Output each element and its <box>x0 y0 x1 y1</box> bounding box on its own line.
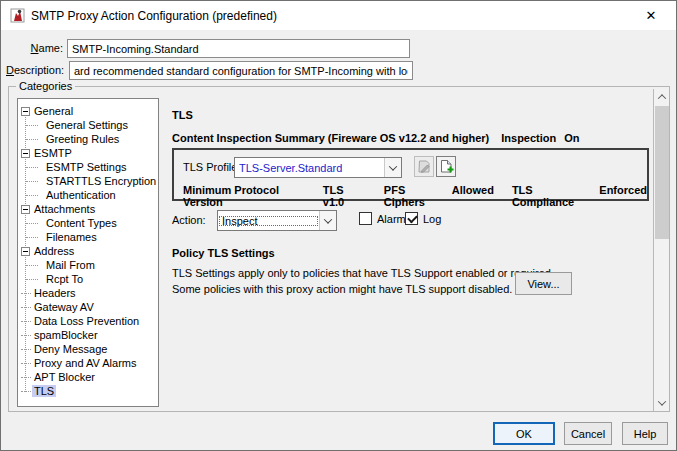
tree-item-tls[interactable]: TLS <box>18 384 158 398</box>
min-protocol-label: Minimum Protocol Version <box>183 184 315 208</box>
categories-groupbox: Categories General General Settings Gree… <box>8 86 670 412</box>
collapse-icon[interactable] <box>21 247 30 256</box>
pfs-ciphers-label: PFS Ciphers <box>384 184 444 208</box>
alarm-label: Alarm <box>377 213 406 225</box>
pfs-ciphers-value: Allowed <box>452 184 494 208</box>
log-checkbox-row: Log <box>405 212 441 225</box>
tree-item-starttls-encryption[interactable]: STARTTLS Encryption <box>18 174 158 188</box>
help-button[interactable]: Help <box>622 422 668 445</box>
summary-label: Content Inspection Summary (Fireware OS … <box>172 132 489 144</box>
tls-profile-value: TLS-Server.Standard <box>235 162 384 174</box>
name-label: Name: <box>29 42 63 54</box>
scroll-down-icon[interactable] <box>654 395 670 411</box>
cancel-button[interactable]: Cancel <box>564 422 612 445</box>
smtp-proxy-action-dialog: SMTP Proxy Action Configuration (predefi… <box>0 0 677 451</box>
edit-profile-button[interactable] <box>414 156 434 177</box>
collapse-icon[interactable] <box>21 107 30 116</box>
tree-item-rcpt-to[interactable]: Rcpt To <box>18 272 158 286</box>
inspection-label: Inspection <box>501 132 556 144</box>
tree-item-filenames[interactable]: Filenames <box>18 230 158 244</box>
alarm-checkbox-row: Alarm <box>359 212 406 225</box>
policy-text-line2: Some policies with this proxy action mig… <box>172 281 512 297</box>
alarm-checkbox[interactable] <box>359 212 372 225</box>
description-input[interactable] <box>69 61 413 80</box>
tree-item-headers[interactable]: Headers <box>18 286 158 300</box>
window-title: SMTP Proxy Action Configuration (predefi… <box>31 9 277 23</box>
close-icon[interactable]: ✕ <box>634 3 668 27</box>
log-label: Log <box>423 213 441 225</box>
policy-tls-settings-heading: Policy TLS Settings <box>172 247 275 259</box>
tree-item-mail-from[interactable]: Mail From <box>18 258 158 272</box>
description-label: Description: <box>6 64 64 76</box>
tls-profile-label: TLS Profile: <box>183 161 240 173</box>
tree-item-address[interactable]: Address <box>18 244 158 258</box>
collapse-icon[interactable] <box>21 149 30 158</box>
log-checkbox[interactable] <box>405 212 418 225</box>
tls-profile-stats: Minimum Protocol Version TLS v1.0 PFS Ci… <box>183 184 647 208</box>
tree-item-content-types[interactable]: Content Types <box>18 216 158 230</box>
pencil-icon <box>417 159 432 174</box>
tree-item-apt-blocker[interactable]: APT Blocker <box>18 370 158 384</box>
categories-group-label: Categories <box>16 80 75 92</box>
categories-tree: General General Settings Greeting Rules … <box>17 98 159 407</box>
content-inspection-summary: Content Inspection Summary (Fireware OS … <box>172 132 580 144</box>
app-icon <box>10 8 25 23</box>
new-profile-button[interactable] <box>436 156 456 177</box>
chevron-down-icon[interactable] <box>319 211 336 230</box>
tree-item-proxy-and-av-alarms[interactable]: Proxy and AV Alarms <box>18 356 158 370</box>
tree-item-authentication[interactable]: Authentication <box>18 188 158 202</box>
tree-item-attachments[interactable]: Attachments <box>18 202 158 216</box>
titlebar: SMTP Proxy Action Configuration (predefi… <box>1 1 676 30</box>
tree-item-general-settings[interactable]: General Settings <box>18 118 158 132</box>
scroll-up-icon[interactable] <box>654 89 670 105</box>
tls-compliance-value: Enforced <box>599 184 647 208</box>
ok-button[interactable]: OK <box>493 422 555 445</box>
tree-item-esmtp[interactable]: ESMTP <box>18 146 158 160</box>
action-label: Action: <box>172 214 206 226</box>
collapse-icon[interactable] <box>21 205 30 214</box>
tls-compliance-label: TLS Compliance <box>512 184 591 208</box>
action-select[interactable]: Inspect <box>217 210 337 231</box>
tls-profile-select[interactable]: TLS-Server.Standard <box>234 157 402 178</box>
vertical-scrollbar[interactable] <box>653 89 669 411</box>
tree-item-gateway-av[interactable]: Gateway AV <box>18 300 158 314</box>
view-button[interactable]: View... <box>515 272 572 295</box>
tree-item-data-loss-prevention[interactable]: Data Loss Prevention <box>18 314 158 328</box>
policy-text-line1: TLS Settings apply only to policies that… <box>172 265 554 281</box>
tree-item-deny-message[interactable]: Deny Message <box>18 342 158 356</box>
tls-profile-frame: TLS Profile: TLS-Server.Standard <box>172 148 649 201</box>
inspection-value: On <box>564 132 579 144</box>
tree-item-greeting-rules[interactable]: Greeting Rules <box>18 132 158 146</box>
name-input[interactable] <box>67 39 410 58</box>
new-document-icon <box>439 159 454 174</box>
min-protocol-value: TLS v1.0 <box>323 184 366 208</box>
tree-item-esmtp-settings[interactable]: ESMTP Settings <box>18 160 158 174</box>
chevron-down-icon[interactable] <box>384 158 401 177</box>
action-value: Inspect <box>218 215 319 227</box>
panel-heading: TLS <box>172 109 193 121</box>
tree-item-spamblocker[interactable]: spamBlocker <box>18 328 158 342</box>
scrollbar-thumb[interactable] <box>655 106 669 239</box>
tree-item-general[interactable]: General <box>18 104 158 118</box>
